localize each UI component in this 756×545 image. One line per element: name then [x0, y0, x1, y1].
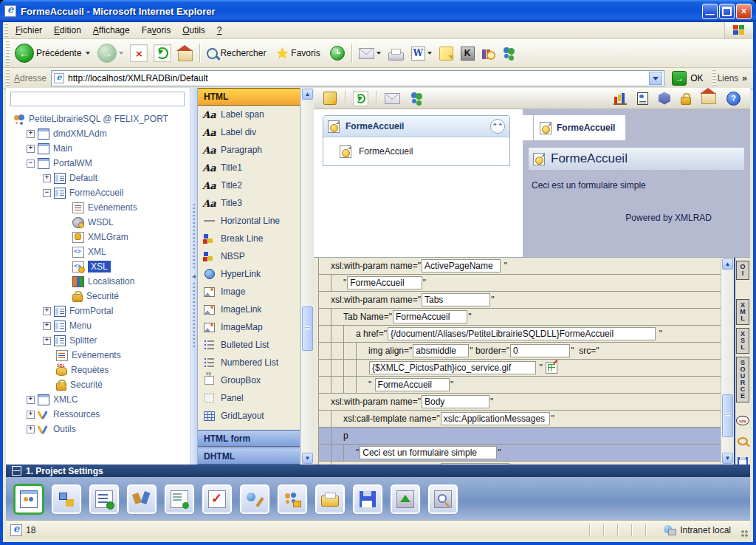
- favorites-button[interactable]: ★ Favoris: [272, 46, 326, 61]
- preview-tab-formeaccueil[interactable]: FormeAccueil: [534, 115, 625, 140]
- tree-item-dmdxmladm[interactable]: +dmdXMLAdm: [10, 126, 190, 141]
- scroll-down-button[interactable]: ▼: [302, 453, 313, 464]
- go-button[interactable]: → OK: [667, 70, 707, 86]
- toolbox-header-html[interactable]: HTML: [198, 88, 300, 106]
- source-row[interactable]: xsl:with-param name="Tabs ": [318, 292, 721, 309]
- expand-icon[interactable]: +: [43, 174, 51, 182]
- word-edit-button[interactable]: W: [408, 45, 436, 62]
- back-dropdown-icon[interactable]: [86, 52, 90, 55]
- source-value-box[interactable]: ActivePageName: [422, 259, 501, 272]
- source-row[interactable]: " FormeAccueil ": [318, 377, 721, 394]
- toolbox-item-title2[interactable]: AaTitle2: [198, 176, 300, 194]
- address-grip[interactable]: [6, 69, 10, 87]
- tree-item-securit-[interactable]: Securité: [10, 377, 190, 392]
- toolbox-item-panel[interactable]: Panel: [198, 389, 300, 407]
- bottom-button-publish[interactable]: [390, 484, 421, 515]
- toolbox-item-break-line[interactable]: Break Line: [198, 230, 300, 247]
- help-icon[interactable]: ?: [726, 92, 740, 106]
- panel-splitter[interactable]: ◄: [190, 88, 198, 465]
- mail-button[interactable]: [355, 47, 385, 61]
- menu-grip[interactable]: [4, 24, 8, 37]
- source-value-box[interactable]: Ceci est un formulaire simple: [360, 446, 497, 459]
- toolbox-item-bulleted-list[interactable]: Bulleted List: [198, 336, 300, 354]
- source-row[interactable]: xsl:with-param name="Body ": [318, 394, 721, 411]
- menu-favoris[interactable]: Favoris: [136, 24, 176, 37]
- source-row[interactable]: "Ceci est un formulaire simple ": [318, 445, 721, 462]
- tree-item-outils[interactable]: +Outils: [10, 422, 190, 436]
- tree-item-wsdl[interactable]: WSDL: [10, 215, 190, 230]
- tree-item-formeaccueil[interactable]: −FormeAccueil: [10, 185, 190, 200]
- source-row[interactable]: p: [318, 428, 721, 445]
- menu-outils[interactable]: Outils: [176, 24, 211, 37]
- tree-item-formportal[interactable]: +FormPortal: [10, 304, 190, 318]
- expand-icon[interactable]: +: [27, 145, 35, 153]
- bottom-button-actions-form[interactable]: [164, 484, 195, 515]
- refresh-icon[interactable]: [354, 92, 368, 106]
- tree-item-xml[interactable]: XML: [10, 244, 190, 259]
- toolbox-item-nbsp[interactable]: NBSP: [198, 247, 300, 265]
- source-value-box[interactable]: FormeAccueil: [347, 276, 422, 289]
- source-row[interactable]: Tab Name="FormeAccueil ": [318, 309, 721, 326]
- toolbox-item-gridlayout[interactable]: GridLayout: [198, 407, 300, 425]
- source-value-box[interactable]: {/document/Aliases/PetiteLibrairieSQLDLL…: [388, 327, 656, 340]
- bottom-button-forms-list[interactable]: [89, 484, 120, 515]
- report-icon[interactable]: [637, 92, 648, 105]
- collapse-icon[interactable]: −: [27, 160, 35, 168]
- side-tab-oi[interactable]: O I: [736, 261, 749, 280]
- tree-item-portalwm[interactable]: −PortalWM: [10, 156, 190, 171]
- bottom-button-inspect[interactable]: [427, 484, 458, 515]
- toolbox-header-html-form[interactable]: HTML form: [198, 430, 300, 447]
- home-button[interactable]: [174, 44, 196, 63]
- kaspersky-button[interactable]: K: [457, 45, 478, 62]
- tree-item-securit-[interactable]: Securité: [10, 289, 190, 304]
- collapse-box-icon[interactable]: —: [12, 466, 21, 476]
- tree-item-menu[interactable]: +Menu: [10, 318, 190, 333]
- menu-fichier[interactable]: Fichier: [10, 24, 48, 37]
- toolbox-header-dhtml[interactable]: DHTML: [198, 448, 300, 465]
- side-tab-source[interactable]: S O U R C E: [736, 357, 749, 402]
- scroll-thumb[interactable]: [722, 394, 733, 437]
- toolbox-item-label-span[interactable]: AaLabel span: [198, 106, 300, 123]
- tree-item-requ-tes[interactable]: Requètes: [10, 363, 190, 377]
- toolbox-item-image[interactable]: Image: [198, 283, 300, 301]
- source-row[interactable]: xsl:with-param name="ActivePageName ": [318, 258, 721, 275]
- mail-dropdown-icon[interactable]: [377, 52, 381, 55]
- forward-button[interactable]: →: [94, 42, 127, 64]
- toolbox-scrollbar[interactable]: ▲ ▼: [300, 88, 314, 465]
- resize-grip[interactable]: [738, 527, 749, 538]
- scroll-down-button[interactable]: ▼: [722, 453, 733, 464]
- project-settings-bar[interactable]: — 1. Project Settings: [6, 465, 750, 477]
- bottom-button-printer[interactable]: [315, 484, 346, 515]
- toolbox-item-title3[interactable]: AaTitle3: [198, 194, 300, 212]
- tree-item-splitter[interactable]: +Splitter: [10, 333, 190, 348]
- source-row[interactable]: "FormeAccueil ": [318, 275, 721, 292]
- history-button[interactable]: [326, 44, 348, 62]
- forward-dropdown-icon[interactable]: [119, 52, 123, 55]
- close-button[interactable]: ×: [736, 4, 752, 19]
- edit-icon[interactable]: [546, 362, 557, 374]
- expand-icon[interactable]: +: [43, 307, 51, 315]
- source-value-box[interactable]: Tabs: [422, 293, 490, 306]
- source-value-box[interactable]: {$XMLC_PictosPath}ico_service.gif: [369, 361, 536, 374]
- note-button[interactable]: [436, 45, 457, 62]
- toolbox-item-imagelink[interactable]: ImageLink: [198, 301, 300, 318]
- bottom-button-security-people[interactable]: [277, 484, 308, 515]
- toolbox-item-label-div[interactable]: AaLabel div: [198, 123, 300, 141]
- tree-item-petitelibrairiesql-felix-port[interactable]: PetiteLibrairieSQL @ FELIX_PORT: [10, 112, 190, 126]
- links-bar[interactable]: Liens »: [718, 73, 752, 83]
- package-icon[interactable]: [323, 92, 337, 105]
- expand-icon[interactable]: +: [27, 396, 35, 404]
- address-input[interactable]: [65, 73, 649, 83]
- toolbar-grip[interactable]: [6, 41, 10, 66]
- toolbox-item-numbered-list[interactable]: Numbered List: [198, 354, 300, 371]
- hexagon-icon[interactable]: [659, 92, 670, 105]
- spy-icon[interactable]: spy: [736, 416, 749, 425]
- scroll-up-button[interactable]: ▲: [302, 89, 313, 100]
- menu-affichage[interactable]: Affichage: [87, 24, 136, 37]
- collapse-arrow-icon[interactable]: ◄: [191, 273, 197, 280]
- messenger-icon[interactable]: [410, 92, 424, 104]
- tree-item-xsl[interactable]: XSL: [10, 259, 190, 274]
- scroll-thumb[interactable]: [302, 306, 313, 351]
- stop-button[interactable]: ×: [127, 44, 151, 63]
- side-tab-xsl[interactable]: X S L: [736, 328, 749, 354]
